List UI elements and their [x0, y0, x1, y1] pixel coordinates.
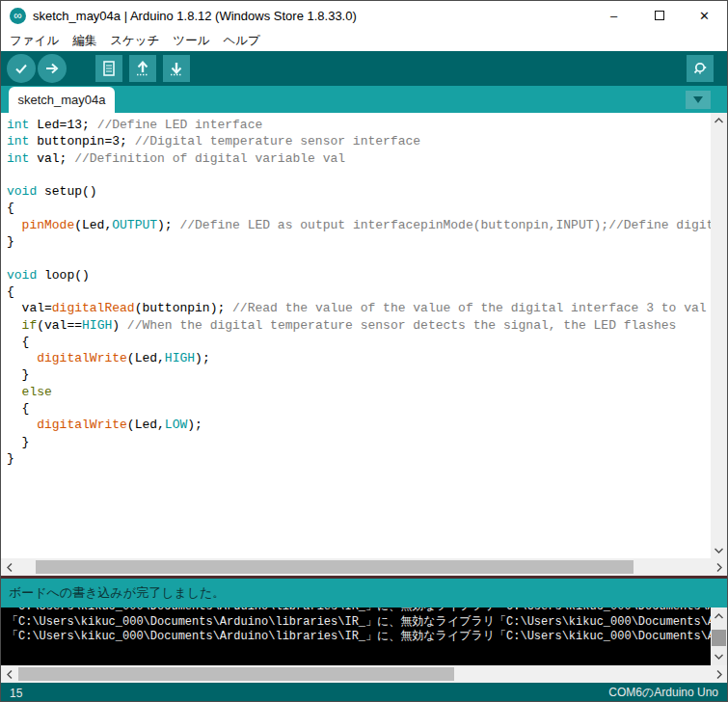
current-line-number: 15: [10, 687, 22, 700]
scroll-left-icon[interactable]: [1, 558, 17, 576]
arrow-up-icon: [134, 60, 151, 77]
arduino-ide-window: ∞ sketch_may04a | Arduino 1.8.12 (Window…: [0, 0, 728, 702]
menu-bar: ファイル 編集 スケッチ ツール ヘルプ: [1, 30, 727, 51]
tab-list-dropdown-button[interactable]: [686, 91, 711, 109]
arrow-right-icon: [44, 61, 60, 76]
new-sketch-button[interactable]: [95, 55, 122, 82]
console-vertical-scrollbar[interactable]: [711, 608, 727, 665]
menu-sketch[interactable]: スケッチ: [103, 33, 166, 49]
scroll-up-icon[interactable]: [711, 609, 727, 623]
upload-button[interactable]: [38, 54, 67, 83]
scroll-down-icon[interactable]: [711, 650, 727, 663]
save-sketch-button[interactable]: [163, 55, 190, 82]
verify-button[interactable]: [7, 54, 36, 83]
scroll-left-icon[interactable]: [1, 665, 17, 683]
board-port-info: COM6のArduino Uno: [608, 685, 718, 701]
console-panel: 「C:\Users\kikuc_000\Documents\Arduino\li…: [1, 608, 727, 665]
window-title: sketch_may04a | Arduino 1.8.12 (Windows …: [33, 9, 591, 23]
minimize-button[interactable]: –: [591, 1, 636, 30]
scroll-right-icon[interactable]: [711, 558, 727, 576]
close-button[interactable]: ✕: [682, 1, 727, 30]
console-vscroll-thumb[interactable]: [712, 630, 726, 646]
chevron-down-icon: [693, 96, 703, 103]
console-line: 「C:\Users\kikuc_000\Documents\Arduino\li…: [7, 613, 711, 629]
maximize-icon: [655, 11, 664, 20]
console-hscroll-thumb[interactable]: [18, 667, 454, 681]
title-bar: ∞ sketch_may04a | Arduino 1.8.12 (Window…: [1, 1, 727, 30]
toolbar: [1, 51, 727, 86]
window-controls: – ✕: [591, 1, 727, 30]
magnifier-icon: [691, 60, 709, 77]
menu-file[interactable]: ファイル: [3, 33, 66, 49]
console-line: 「C:\Users\kikuc_000\Documents\Arduino\li…: [7, 608, 711, 613]
editor-hscroll-thumb[interactable]: [36, 560, 634, 574]
footer-bar: 15 COM6のArduino Uno: [1, 683, 727, 702]
menu-tools[interactable]: ツール: [166, 33, 216, 49]
console-line: 「C:\Users\kikuc_000\Documents\Arduino\li…: [7, 628, 711, 643]
menu-edit[interactable]: 編集: [66, 33, 103, 49]
serial-monitor-button[interactable]: [687, 55, 714, 82]
scroll-down-icon: [715, 548, 723, 554]
document-icon: [101, 60, 117, 77]
tab-sketch-may04a[interactable]: sketch_may04a: [9, 87, 115, 113]
open-sketch-button[interactable]: [129, 55, 156, 82]
editor-horizontal-scrollbar[interactable]: [1, 558, 727, 576]
menu-help[interactable]: ヘルプ: [216, 33, 266, 49]
tab-strip: sketch_may04a: [1, 86, 727, 113]
status-message: ボードへの書き込みが完了しました。: [9, 584, 225, 602]
editor-area: int Led=13; //Define LED interfaceint bu…: [1, 113, 727, 558]
console-horizontal-scrollbar[interactable]: [1, 665, 727, 683]
check-icon: [13, 61, 29, 76]
arduino-logo-icon: ∞: [10, 8, 26, 24]
console-output[interactable]: 「C:\Users\kikuc_000\Documents\Arduino\li…: [1, 608, 711, 665]
editor-vertical-scrollbar[interactable]: [711, 113, 727, 558]
arrow-down-icon: [168, 60, 185, 77]
status-bar: ボードへの書き込みが完了しました。: [1, 579, 727, 608]
code-area[interactable]: int Led=13; //Define LED interfaceint bu…: [1, 113, 711, 558]
scroll-up-icon: [715, 118, 723, 123]
scroll-right-icon[interactable]: [711, 665, 727, 683]
maximize-button[interactable]: [636, 1, 682, 30]
